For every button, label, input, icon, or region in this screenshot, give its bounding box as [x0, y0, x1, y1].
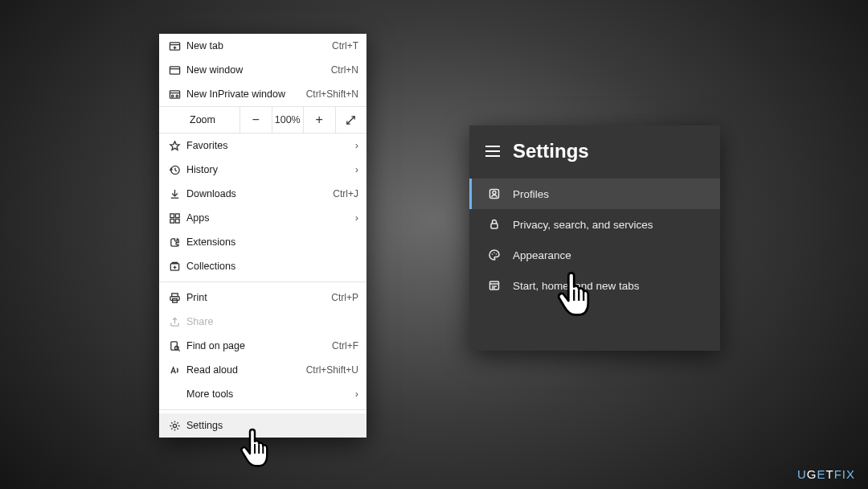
svg-rect-16 — [175, 213, 179, 217]
gear-icon — [169, 420, 186, 432]
start-page-icon — [487, 279, 502, 292]
edge-overflow-menu: New tab Ctrl+T New window Ctrl+N New InP… — [159, 34, 366, 438]
menu-label: Find on page — [186, 340, 332, 351]
menu-extensions[interactable]: Extensions — [159, 230, 366, 254]
lock-icon — [487, 218, 502, 231]
menu-new-window[interactable]: New window Ctrl+N — [159, 58, 366, 82]
settings-item-appearance[interactable]: Appearance — [469, 240, 720, 270]
menu-label: New tab — [186, 40, 332, 51]
palette-icon — [487, 249, 502, 261]
svg-line-10 — [347, 116, 354, 123]
menu-label: More tools — [186, 388, 355, 400]
settings-item-start[interactable]: Start, home, and new tabs — [469, 270, 720, 301]
menu-settings[interactable]: Settings — [159, 413, 366, 438]
extensions-icon — [169, 236, 186, 249]
profile-icon — [487, 187, 502, 200]
chevron-right-icon: › — [355, 212, 358, 224]
find-icon — [169, 340, 186, 352]
menu-shortcut: Ctrl+N — [331, 64, 358, 76]
settings-title: Settings — [513, 140, 589, 162]
hamburger-icon[interactable] — [485, 146, 500, 157]
menu-label: Downloads — [186, 188, 333, 199]
apps-icon — [169, 212, 186, 224]
collections-icon — [169, 261, 186, 273]
settings-item-profiles[interactable]: Profiles — [469, 179, 720, 209]
menu-more-tools[interactable]: More tools › — [159, 382, 366, 406]
svg-point-30 — [173, 424, 176, 427]
svg-rect-15 — [170, 213, 174, 217]
menu-label: New InPrivate window — [186, 88, 306, 100]
new-window-icon — [169, 64, 186, 76]
menu-shortcut: Ctrl+J — [333, 188, 358, 199]
menu-apps[interactable]: Apps › — [159, 206, 366, 230]
svg-point-36 — [496, 253, 497, 255]
share-icon — [169, 316, 186, 328]
svg-point-34 — [492, 253, 493, 255]
settings-item-label: Start, home, and new tabs — [513, 280, 640, 292]
menu-label: Share — [186, 316, 358, 327]
svg-point-8 — [171, 95, 173, 97]
menu-separator — [159, 409, 366, 410]
read-aloud-icon — [169, 364, 186, 376]
settings-item-label: Profiles — [513, 188, 549, 200]
menu-label: Read aloud — [186, 364, 306, 376]
menu-print[interactable]: Print Ctrl+P — [159, 286, 366, 310]
menu-label: History — [186, 164, 355, 175]
menu-downloads[interactable]: Downloads Ctrl+J — [159, 182, 366, 206]
chevron-right-icon: › — [355, 164, 358, 175]
download-icon — [169, 188, 186, 200]
svg-point-35 — [493, 252, 495, 253]
menu-shortcut: Ctrl+P — [331, 292, 358, 303]
zoom-out-button[interactable]: − — [240, 107, 272, 133]
menu-zoom-row: Zoom − 100% + — [159, 106, 366, 134]
menu-collections[interactable]: Collections — [159, 254, 366, 278]
new-tab-icon — [169, 40, 186, 52]
menu-shortcut: Ctrl+T — [332, 40, 358, 51]
svg-rect-33 — [491, 224, 497, 228]
menu-share: Share — [159, 310, 366, 334]
menu-read-aloud[interactable]: Read aloud Ctrl+Shift+U — [159, 358, 366, 382]
svg-line-29 — [178, 349, 180, 351]
menu-label: Extensions — [186, 236, 358, 248]
svg-marker-11 — [170, 141, 179, 150]
settings-item-privacy[interactable]: Privacy, search, and services — [469, 209, 720, 240]
menu-separator — [159, 281, 366, 282]
menu-label: Settings — [186, 420, 358, 431]
star-icon — [169, 140, 186, 152]
svg-rect-17 — [170, 219, 174, 223]
history-icon — [169, 164, 186, 176]
fullscreen-button[interactable] — [335, 107, 367, 133]
inprivate-icon — [169, 88, 186, 101]
zoom-in-button[interactable]: + — [303, 107, 335, 133]
svg-rect-6 — [170, 90, 179, 97]
svg-point-9 — [176, 95, 178, 97]
menu-label: Collections — [186, 261, 358, 272]
menu-shortcut: Ctrl+Shift+U — [306, 364, 358, 376]
menu-label: Apps — [186, 212, 355, 224]
menu-shortcut: Ctrl+Shift+N — [306, 88, 358, 100]
svg-rect-4 — [170, 66, 179, 73]
svg-point-32 — [493, 191, 496, 195]
menu-new-tab[interactable]: New tab Ctrl+T — [159, 34, 366, 58]
menu-label: New window — [186, 64, 331, 76]
print-icon — [169, 292, 186, 304]
menu-favorites[interactable]: Favorites › — [159, 134, 366, 158]
zoom-value: 100% — [272, 107, 304, 133]
menu-inprivate-window[interactable]: New InPrivate window Ctrl+Shift+N — [159, 82, 366, 106]
menu-history[interactable]: History › — [159, 158, 366, 182]
chevron-right-icon: › — [355, 140, 358, 151]
menu-label: Print — [186, 292, 331, 303]
menu-shortcut: Ctrl+F — [332, 340, 358, 351]
menu-find-on-page[interactable]: Find on page Ctrl+F — [159, 334, 366, 358]
settings-item-label: Appearance — [513, 249, 571, 261]
settings-header: Settings — [469, 140, 720, 179]
fullscreen-icon — [345, 114, 357, 126]
zoom-label: Zoom — [159, 114, 240, 125]
chevron-right-icon: › — [355, 388, 358, 400]
settings-sidebar: Settings Profiles Privacy, search, and s… — [469, 125, 720, 351]
settings-item-label: Privacy, search, and services — [513, 219, 653, 231]
svg-rect-18 — [175, 219, 179, 223]
menu-label: Favorites — [186, 140, 355, 151]
watermark: UGETFIX — [797, 467, 855, 481]
